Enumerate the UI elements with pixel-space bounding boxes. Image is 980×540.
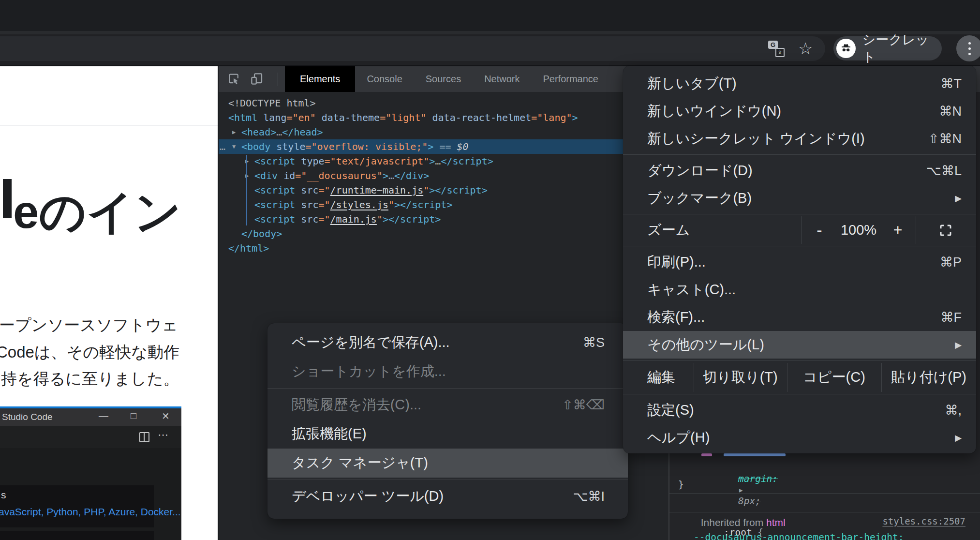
translate-icon[interactable]: G 文 (768, 41, 785, 57)
vscode-titlebar: Studio Code — □ ✕ (0, 408, 181, 426)
menu-item-shortcut: ⌥⌘I (573, 489, 605, 504)
inspect-element-icon[interactable] (226, 72, 241, 86)
menu-item-shortcut: ⇧⌘⌫ (562, 397, 605, 413)
zoom-level-value[interactable]: 100% (830, 216, 887, 244)
devtools-tab-performance[interactable]: Performance (532, 66, 610, 92)
devtools-tabs: ElementsConsoleSourcesNetworkPerformance (285, 66, 610, 92)
submenu-arrow-icon: ▶ (955, 433, 962, 443)
submenu-arrow-icon: ▶ (955, 193, 962, 204)
edit-action-button[interactable]: 切り取り(T) (694, 363, 787, 392)
menu-item: 閲覧履歴を消去(C)...⇧⌘⌫ (267, 390, 628, 420)
menu-item[interactable]: 新しいシークレット ウインドウ(I)⇧⌘N (623, 125, 976, 152)
clipped-style-row (701, 453, 712, 456)
device-toolbar-icon[interactable] (250, 72, 264, 86)
devtools-tab-elements[interactable]: Elements (285, 66, 355, 92)
site-navbar (0, 66, 218, 126)
menu-item[interactable]: 検索(F)...⌘F (623, 303, 976, 331)
paragraph-line: ープンソースソフトウェ (0, 315, 178, 336)
menu-item-label: ページを別名で保存(A)... (292, 333, 568, 352)
stylesheet-source-link[interactable]: styles.css:2507 (882, 516, 965, 526)
menu-item-label: 新しいタブ(T) (647, 74, 926, 93)
bookmark-star-icon[interactable]: ☆ (798, 39, 813, 58)
menu-divider (267, 388, 628, 389)
dom-node-markup: <body style="overflow: visible;"> == $0 (241, 139, 469, 154)
menu-item-label: 閲覧履歴を消去(C)... (292, 395, 548, 415)
incognito-label: シークレット (862, 31, 942, 66)
zoom-in-button[interactable]: + (888, 216, 907, 244)
edit-action-button[interactable]: 貼り付け(P) (881, 363, 976, 392)
menu-item[interactable]: ダウンロード(D)⌥⌘L (623, 157, 976, 184)
dom-node-row[interactable]: <script src="/runtime~main.js"></script> (219, 183, 668, 197)
clipped-style-row (724, 453, 786, 456)
zoom-out-button[interactable]: - (810, 216, 829, 244)
menu-item-label: キャスト(C)... (647, 280, 962, 300)
dom-node-row[interactable]: <script src="/styles.js"></script> (219, 197, 668, 212)
menu-item[interactable]: デベロッパー ツール(D)⌥⌘I (267, 482, 628, 511)
menu-item[interactable]: ページを別名で保存(A)...⌘S (267, 328, 628, 357)
devtools-tab-network[interactable]: Network (473, 66, 531, 92)
incognito-icon (836, 39, 856, 58)
rule-closing-brace: } (678, 479, 684, 490)
expand-arrow-icon[interactable]: ▶ (232, 125, 236, 139)
menu-divider (267, 480, 628, 480)
menu-item[interactable]: 編集切り取り(T)コピー(C)貼り付け(P) (623, 363, 976, 392)
edit-action-button[interactable]: コピー(C) (787, 363, 881, 392)
menu-item[interactable]: 新しいタブ(T)⌘T (623, 70, 976, 97)
menu-item[interactable]: ブックマーク(B)▶ (623, 184, 976, 212)
menu-item[interactable]: 設定(S)⌘, (623, 396, 976, 424)
menu-item[interactable]: ズーム-100%+ (623, 216, 976, 244)
close-icon: ✕ (162, 410, 170, 422)
dom-node-row[interactable]: </html> (219, 241, 668, 255)
dom-node-markup: <script src="/styles.js"></script> (254, 197, 452, 212)
menu-item-shortcut: ⌘P (940, 255, 962, 270)
menu-item[interactable]: キャスト(C)... (623, 276, 976, 303)
dom-node-row[interactable]: ▶<head>…</head> (219, 125, 668, 139)
menu-item-label: ヘルプ(H) (647, 428, 955, 448)
clipped-heading-glyph (3, 179, 12, 218)
vscode-title: Studio Code (2, 412, 53, 422)
dom-node-row[interactable]: ▶<div id="__docusaurus">…</div> (219, 168, 668, 183)
menu-item[interactable]: ヘルプ(H)▶ (623, 424, 976, 451)
dom-node-row[interactable]: <!DOCTYPE html> (219, 96, 668, 110)
menu-item-label: タスク マネージャ(T) (292, 453, 605, 473)
menu-item-label: デベロッパー ツール(D) (292, 487, 558, 506)
browser-menu-button[interactable] (956, 35, 980, 61)
inherited-from-header: Inherited from html (669, 493, 980, 512)
dom-node-markup: <head>…</head> (241, 125, 323, 139)
menu-divider (623, 360, 976, 361)
menu-divider (623, 246, 976, 246)
menu-item[interactable]: タスク マネージャ(T) (267, 449, 628, 478)
menu-item-label: その他のツール(L) (647, 335, 955, 355)
devtools-tab-sources[interactable]: Sources (414, 66, 473, 92)
menu-item-shortcut: ⌘T (941, 76, 962, 91)
menu-divider (623, 214, 976, 214)
collapse-arrow-icon[interactable]: ▼ (232, 139, 236, 154)
hidden-children-dots: … (220, 139, 225, 154)
dom-node-row[interactable]: ▶<script type="text/javascript">…</scrip… (219, 154, 668, 168)
maximize-icon: □ (131, 410, 136, 421)
menu-item-label: ショートカットを作成... (292, 362, 605, 381)
edit-label: 編集 (647, 368, 675, 387)
fullscreen-icon[interactable] (935, 216, 956, 244)
screenshot-stage: G 文 ☆ シークレット eのイン ープンソースソフトウェ Codeは、その軽快… (0, 0, 980, 540)
address-bar[interactable] (0, 36, 825, 61)
paragraph-line: 持を得るに至りました。 (1, 368, 179, 390)
dom-node-row[interactable]: <html lang="en" data-theme="light" data-… (219, 110, 668, 125)
inherited-node-link[interactable]: html (766, 517, 786, 528)
menu-item[interactable]: 印刷(P)...⌘P (623, 248, 976, 276)
dom-node-row[interactable]: <script src="/main.js"></script> (219, 212, 668, 226)
dom-node-row-selected[interactable]: …▼<body style="overflow: visible;"> == $… (219, 139, 668, 154)
menu-item[interactable]: 拡張機能(E) (267, 420, 628, 449)
css-property: margin: (738, 473, 778, 484)
devtools-tab-console[interactable]: Console (355, 66, 414, 92)
vscode-editor-toolbar: ⋯ (0, 426, 181, 448)
menu-item[interactable]: その他のツール(L)▶ (623, 331, 976, 359)
incognito-badge[interactable]: シークレット (833, 36, 942, 60)
dom-node-row[interactable]: </body> (219, 226, 668, 241)
dom-node-markup: <script type="text/javascript">…</script… (254, 154, 493, 168)
page-heading: eのイン (13, 181, 181, 244)
window-top-bar (0, 0, 980, 31)
menu-item-shortcut: ⌘F (941, 310, 962, 325)
tabbar-separator (278, 73, 278, 86)
menu-item[interactable]: 新しいウインドウ(N)⌘N (623, 97, 976, 125)
